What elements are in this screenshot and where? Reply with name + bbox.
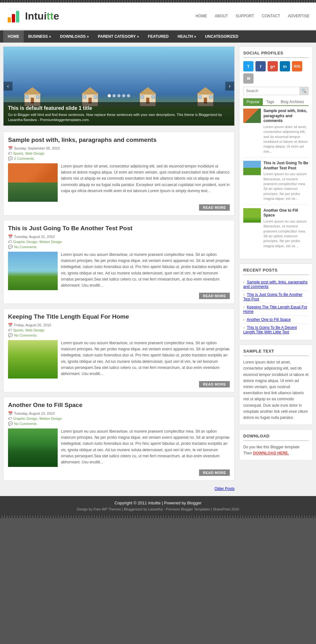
house-roof <box>23 87 41 94</box>
slider-dot-3[interactable] <box>117 94 121 97</box>
slider-prev-button[interactable]: ‹ <box>4 82 12 91</box>
slider-dot-2[interactable] <box>112 94 116 97</box>
svg-rect-3 <box>9 18 11 19</box>
slider-houses <box>4 74 234 106</box>
slider-next-button[interactable]: › <box>225 82 234 91</box>
post-1-categories: 🏷 Sports, Web Design <box>8 151 230 156</box>
svg-rect-2 <box>16 11 19 22</box>
post-3-meta: 📅 Friday, August 20, 2010 🏷 Sports, Web … <box>8 323 230 338</box>
content-area: ‹ › This is default featured slide 1 tit… <box>0 43 316 496</box>
sidebar-post-title-2: This is Just Going To Be Another Test Po… <box>263 161 309 171</box>
post-4-date: 📅 Tuesday, August 10, 2010 <box>8 411 230 416</box>
post-4-categories-link[interactable]: Graphic Design, Motion Design <box>13 417 62 420</box>
download-widget: DOWNLOAD Do you like this Blogger templa… <box>239 429 313 461</box>
linkedin-icon[interactable]: in <box>280 61 290 71</box>
nav-uncategorized[interactable]: UNCATEGORIZED <box>201 30 243 43</box>
download-link[interactable]: DOWNLOAD HERE. <box>253 451 289 455</box>
top-nav-support[interactable]: SUPPORT <box>236 14 254 18</box>
popular-tabs: Popular Tags Blog Archives <box>243 98 309 106</box>
post-1: Sample post with, links, paragraphs and … <box>3 132 235 216</box>
nav-parent-category[interactable]: PARENT CATEGORY » <box>93 30 143 43</box>
post-4: Another One to Fill Space 📅 Tuesday, Aug… <box>3 397 235 481</box>
post-1-text: Lorem ipsum dolor sit amet, consectetur … <box>61 163 230 202</box>
post-1-body: Lorem ipsum dolor sit amet, consectetur … <box>8 163 230 202</box>
post-4-comments-link[interactable]: No Comments <box>14 422 37 426</box>
nav-business[interactable]: BUSINESS » <box>24 30 55 43</box>
search-input[interactable] <box>244 87 299 95</box>
email-icon[interactable]: ✉ <box>243 73 254 84</box>
post-4-thumbnail <box>8 428 58 467</box>
recent-post-link-4[interactable]: Another One to Fill Space <box>247 317 291 322</box>
post-1-comments: 💬 2 Comments <box>8 156 230 161</box>
post-2-body: Lorem ipsum eu usu assum liberavisse, ut… <box>8 252 230 290</box>
recent-post-link-1[interactable]: Sample post with, links, paragraphs and … <box>243 280 308 289</box>
house-window-left-4 <box>198 95 202 99</box>
slider-dot-5[interactable] <box>127 94 130 97</box>
older-posts: Older Posts <box>3 485 235 492</box>
post-4-comments: 💬 No Comments <box>8 421 230 426</box>
comment-icon-2: 💬 <box>8 245 13 249</box>
slider-dot-4[interactable] <box>122 94 125 97</box>
logo-text: Intuitte <box>25 10 59 22</box>
top-nav-advertise[interactable]: ADVERTISE <box>288 14 310 18</box>
nav-home[interactable]: HOME <box>3 30 24 43</box>
recent-post-link-2[interactable]: This is Just Going To Be Another Test Po… <box>243 292 303 301</box>
house-window-left-3 <box>141 95 144 99</box>
blog-archives-tab[interactable]: Blog Archives <box>278 98 307 105</box>
download-text: Do you like this Blogger template Then D… <box>243 444 309 456</box>
top-nav-about[interactable]: ABOUT <box>215 14 228 18</box>
post-1-comments-link[interactable]: 2 Comments <box>14 157 34 160</box>
top-decoration <box>0 0 316 3</box>
post-2-comments-link[interactable]: No Comments <box>14 245 37 249</box>
slider-caption: This is default featured slide 1 title G… <box>4 102 234 126</box>
recent-post-link-3[interactable]: Keeping The Title Length Equal For Home <box>243 305 307 314</box>
rss-icon[interactable]: RSS <box>292 61 302 71</box>
popular-tab[interactable]: Popular <box>243 98 263 105</box>
sidebar: SOCIAL PROFILES T f g+ in RSS ✉ 🔍 Popula… <box>239 46 313 492</box>
post-3-categories: 🏷 Sports, Web Design <box>8 328 230 332</box>
post-3-comments-link[interactable]: No Comments <box>14 333 37 337</box>
popular-posts-list: Sample post with, links, paragraphs and … <box>243 109 309 252</box>
facebook-icon[interactable]: f <box>255 61 266 71</box>
google-icon[interactable]: g+ <box>268 61 278 71</box>
sidebar-post-title-1: Sample post with, links, paragraphs and … <box>263 109 309 124</box>
search-bar: 🔍 <box>243 87 309 95</box>
post-3-date: 📅 Friday, August 20, 2010 <box>8 323 230 327</box>
recent-post-5: This Is Going To Be A Decent Length Titl… <box>243 324 309 336</box>
post-1-read-more-button[interactable]: READ MORE <box>199 204 230 211</box>
older-posts-link[interactable]: Older Posts <box>214 486 235 491</box>
slider-dot-1[interactable] <box>108 94 111 97</box>
recent-posts-title: RECENT POSTS <box>243 268 309 275</box>
post-2-date: 📅 Tuesday, August 31, 2010 <box>8 234 230 239</box>
post-1-categories-link[interactable]: Sports, Web Design <box>13 151 45 155</box>
post-3-date-text: Friday, August 20, 2010 <box>14 323 51 327</box>
twitter-icon[interactable]: T <box>243 61 254 71</box>
calendar-icon-3: 📅 <box>8 323 13 327</box>
bottom-decoration <box>0 516 316 518</box>
post-2-thumbnail <box>8 252 58 290</box>
top-nav-contact[interactable]: CONTACT <box>262 14 280 18</box>
post-3-categories-link[interactable]: Sports, Web Design <box>13 328 45 332</box>
tags-tab[interactable]: Tags <box>263 98 277 105</box>
top-nav-home[interactable]: HOME <box>195 14 207 18</box>
post-4-meta: 📅 Tuesday, August 10, 2010 🏷 Graphic Des… <box>8 411 230 426</box>
nav-featured[interactable]: FEATURED <box>144 30 173 43</box>
post-4-read-more-button[interactable]: READ MORE <box>199 469 230 476</box>
nav-health[interactable]: HEALTH » <box>173 30 201 43</box>
slider-title: This is default featured slide 1 title <box>8 105 230 111</box>
nav-downloads[interactable]: DOWNLOADS » <box>55 30 93 43</box>
house-roof-2 <box>81 87 99 94</box>
post-2-categories-link[interactable]: Graphic Design, Motion Design <box>13 240 62 244</box>
footer-sub: Design by Free WP Themes | Bloggerized b… <box>3 507 313 511</box>
post-3-body: Lorem ipsum eu usu assum liberavisse, ut… <box>8 340 230 379</box>
post-2-date-text: Tuesday, August 31, 2010 <box>14 235 55 239</box>
sidebar-post-thumb-1 <box>243 109 261 123</box>
search-button[interactable]: 🔍 <box>299 87 308 95</box>
main-nav: HOME BUSINESS » DOWNLOADS » PARENT CATEG… <box>0 30 316 43</box>
post-3-read-more-button[interactable]: READ MORE <box>199 381 230 387</box>
recent-post-link-5[interactable]: This Is Going To Be A Decent Length Titl… <box>243 325 297 334</box>
post-4-date-text: Tuesday, August 10, 2010 <box>14 412 55 415</box>
post-2-read-more-button[interactable]: READ MORE <box>199 293 230 299</box>
tag-icon-4: 🏷 <box>8 416 12 421</box>
slider-description: Go to Blogger edit html and find these s… <box>8 112 230 122</box>
